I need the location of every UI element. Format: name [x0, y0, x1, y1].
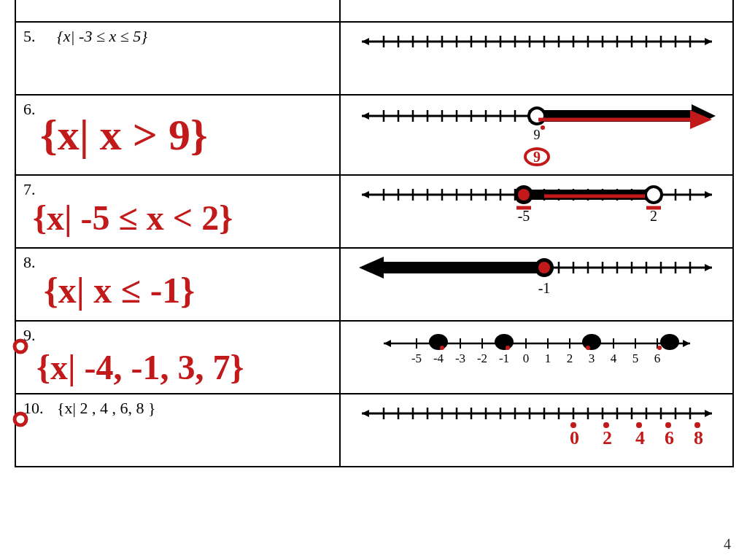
tick-label: 4 — [610, 351, 616, 365]
hand-label: 8 — [694, 427, 703, 448]
svg-point-134 — [586, 346, 590, 350]
tick-label-9: 9 — [533, 128, 540, 142]
cell-8-left: 8. — [15, 248, 340, 321]
svg-marker-2 — [362, 38, 369, 45]
question-number: 9. — [23, 326, 48, 345]
question-number: 6. — [23, 100, 48, 119]
hand-label: 4 — [635, 427, 645, 448]
numberline-7: -5 2 — [355, 180, 719, 235]
svg-point-135 — [660, 334, 679, 350]
tick-label: 5 — [632, 351, 638, 365]
numberline-10: 0 2 4 6 8 — [355, 399, 719, 454]
cell-7-left: 7. — [15, 175, 340, 248]
tick-label: 6 — [654, 351, 660, 365]
question-number: 5. — [23, 27, 48, 46]
svg-marker-27 — [362, 112, 369, 120]
numberline-6: 9 9 — [355, 100, 719, 166]
svg-marker-116 — [384, 340, 391, 347]
tick-label-neg1: -1 — [538, 280, 550, 296]
numberline-9: -5 -4 -3 -2 -1 0 1 2 3 4 5 6 — [355, 326, 719, 377]
question-number: 8. — [23, 253, 48, 272]
cell-6-graph: 9 9 — [340, 95, 733, 175]
tick-label-2: 2 — [650, 208, 657, 224]
tick-label: -3 — [454, 351, 465, 365]
worksheet-page: 5. {x| -3 ≤ x ≤ 5} 6. — [15, 0, 732, 467]
svg-point-133 — [582, 334, 601, 350]
svg-point-82 — [518, 189, 530, 201]
svg-marker-58 — [362, 191, 369, 198]
page-number: 4 — [724, 536, 731, 553]
tick-label: 1 — [544, 351, 551, 365]
tick-label: -1 — [498, 351, 508, 365]
svg-marker-1 — [705, 38, 712, 45]
cell-9-graph: -5 -4 -3 -2 -1 0 1 2 3 4 5 6 — [340, 321, 733, 394]
set-notation-printed: {x| 2 , 4 , 6, 8 } — [57, 399, 156, 417]
tick-label-neg5: -5 — [517, 208, 530, 224]
svg-marker-112 — [359, 257, 384, 279]
cell-8-graph: -1 — [340, 248, 733, 321]
numberline-8: -1 — [355, 253, 719, 304]
svg-point-129 — [429, 334, 448, 350]
numberline-blank — [355, 27, 719, 60]
svg-marker-57 — [705, 191, 712, 198]
svg-point-132 — [506, 346, 510, 350]
tick-label: 3 — [588, 351, 595, 365]
tick-label: 2 — [566, 351, 573, 365]
cell-10-graph: 0 2 4 6 8 — [340, 394, 733, 467]
tick-label: 0 — [522, 351, 529, 365]
open-circle — [646, 187, 662, 203]
hand-label: 0 — [570, 427, 579, 448]
svg-marker-87 — [705, 264, 712, 271]
svg-rect-111 — [376, 262, 544, 273]
worksheet-table: 5. {x| -3 ≤ x ≤ 5} 6. — [15, 0, 734, 467]
svg-marker-115 — [683, 340, 690, 347]
svg-point-113 — [538, 262, 550, 273]
hand-label-9: 9 — [533, 149, 541, 165]
cell-5-graph — [340, 22, 733, 95]
question-number: 10. — [23, 399, 48, 418]
tick-label: -5 — [411, 351, 421, 365]
cell-5-left: 5. {x| -3 ≤ x ≤ 5} — [15, 22, 340, 95]
hand-label: 6 — [665, 427, 674, 448]
svg-marker-138 — [705, 410, 712, 417]
tick-label: -4 — [433, 351, 444, 365]
svg-point-54 — [541, 125, 545, 130]
cell-blank-right — [340, 0, 733, 22]
set-notation-printed: {x| -3 ≤ x ≤ 5} — [57, 27, 147, 45]
question-number: 7. — [23, 180, 48, 199]
cell-10-left: 10. {x| 2 , 4 , 6, 8 } — [15, 394, 340, 467]
hand-label: 2 — [603, 427, 612, 448]
cell-7-graph: -5 2 — [340, 175, 733, 248]
svg-point-131 — [495, 334, 514, 350]
tick-label: -2 — [476, 351, 487, 365]
svg-point-130 — [440, 346, 444, 350]
cell-9-left: 9. — [15, 321, 340, 394]
cell-blank-left — [15, 0, 340, 22]
open-circle — [529, 108, 545, 124]
svg-marker-139 — [362, 410, 369, 417]
svg-point-136 — [657, 346, 662, 350]
cell-6-left: 6. — [15, 95, 340, 175]
